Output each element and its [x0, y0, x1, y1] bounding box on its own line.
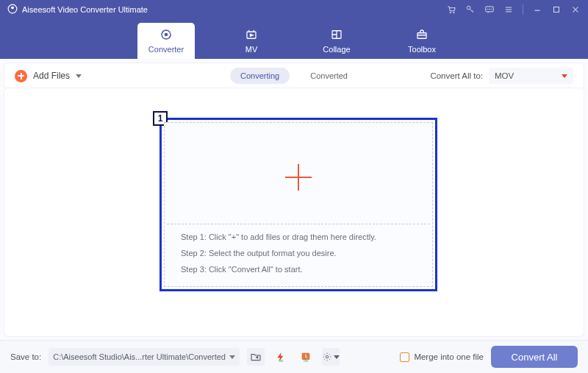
- open-folder-button[interactable]: [247, 348, 265, 366]
- output-format-control: Convert All to: MOV: [430, 68, 573, 84]
- svg-point-2: [453, 12, 455, 13]
- add-plus-icon[interactable]: [285, 164, 312, 191]
- tab-converting[interactable]: Converting: [230, 68, 290, 84]
- convert-all-label: Convert All: [512, 352, 558, 363]
- svg-rect-8: [554, 7, 559, 12]
- close-icon[interactable]: [570, 4, 581, 15]
- minimize-icon[interactable]: [532, 4, 542, 15]
- tab-label: Collage: [323, 45, 350, 54]
- svg-point-5: [487, 9, 488, 10]
- main-area: 1 Step 1: Click "+" to add files or drag…: [4, 88, 584, 336]
- app-logo-icon: [7, 4, 18, 15]
- drop-zone-inner: Step 1: Click "+" to add files or drag t…: [164, 122, 433, 287]
- instruction-steps: Step 1: Click "+" to add files or drag t…: [181, 233, 422, 282]
- svg-text:ON: ON: [279, 359, 283, 363]
- collage-icon: [330, 28, 343, 43]
- svg-text:ON: ON: [304, 359, 308, 363]
- merge-checkbox[interactable]: Merge into one file: [400, 352, 484, 362]
- converter-icon: [159, 28, 173, 43]
- app-title: Aiseesoft Video Converter Ultimate: [22, 5, 148, 14]
- main-tabs: Converter MV Collage Toolbox: [0, 18, 588, 59]
- feedback-icon[interactable]: [484, 4, 495, 15]
- tab-converted[interactable]: Converted: [300, 68, 358, 84]
- chevron-down-icon: [76, 74, 82, 78]
- add-files-label: Add Files: [33, 71, 70, 81]
- convert-all-to-label: Convert All to:: [430, 71, 483, 80]
- cart-icon[interactable]: [446, 4, 456, 15]
- svg-point-3: [467, 6, 470, 10]
- tab-converter[interactable]: Converter: [137, 23, 195, 59]
- drop-zone[interactable]: 1 Step 1: Click "+" to add files or drag…: [159, 118, 437, 291]
- convert-all-button[interactable]: Convert All: [491, 346, 578, 368]
- svg-point-7: [491, 9, 492, 10]
- step-text: Step 3: Click "Convert All" to start.: [181, 266, 422, 274]
- merge-label: Merge into one file: [414, 352, 484, 361]
- svg-point-1: [450, 12, 451, 13]
- maximize-icon[interactable]: [551, 4, 562, 15]
- svg-rect-13: [417, 33, 426, 39]
- status-segmented: Converting Converted: [230, 68, 358, 84]
- toolbox-icon: [415, 28, 429, 43]
- svg-point-10: [165, 33, 167, 35]
- add-files-button[interactable]: Add Files: [15, 70, 82, 82]
- tab-toolbox[interactable]: Toolbox: [393, 23, 451, 59]
- title-controls: [446, 4, 585, 15]
- divider: [523, 4, 523, 15]
- svg-point-17: [326, 355, 329, 358]
- tab-label: MV: [245, 45, 258, 54]
- save-path-value: C:\Aiseesoft Studio\Ais...rter Ultimate\…: [53, 352, 226, 361]
- app-brand: Aiseesoft Video Converter Ultimate: [7, 4, 148, 15]
- mv-icon: [245, 28, 258, 43]
- tab-label: Toolbox: [408, 45, 436, 54]
- tab-collage[interactable]: Collage: [308, 23, 365, 59]
- svg-point-6: [490, 9, 490, 10]
- settings-button[interactable]: [322, 348, 340, 366]
- step-text: Step 2: Select the output format you des…: [181, 249, 422, 257]
- chevron-down-icon: [334, 355, 340, 359]
- footer: Save to: C:\Aiseesoft Studio\Ais...rter …: [0, 340, 588, 373]
- tab-label: Converter: [148, 45, 184, 54]
- format-value: MOV: [495, 71, 514, 80]
- format-select[interactable]: MOV: [489, 68, 573, 84]
- tab-mv[interactable]: MV: [223, 23, 280, 59]
- menu-icon[interactable]: [503, 4, 514, 15]
- chevron-down-icon: [229, 355, 235, 359]
- divider: [167, 224, 430, 224]
- chevron-down-icon: [562, 74, 567, 78]
- titlebar: Aiseesoft Video Converter Ultimate: [0, 0, 588, 18]
- step-text: Step 1: Click "+" to add files or drag t…: [181, 233, 422, 241]
- hardware-accel-button[interactable]: ON: [272, 348, 290, 366]
- high-speed-button[interactable]: ON: [297, 348, 315, 366]
- plus-icon: [15, 70, 27, 82]
- checkbox-icon: [400, 352, 409, 362]
- toolbar: Add Files Converting Converted Convert A…: [4, 63, 584, 88]
- save-to-label: Save to:: [10, 352, 41, 361]
- key-icon[interactable]: [465, 4, 476, 15]
- save-path-select[interactable]: C:\Aiseesoft Studio\Ais...rter Ultimate\…: [49, 348, 240, 366]
